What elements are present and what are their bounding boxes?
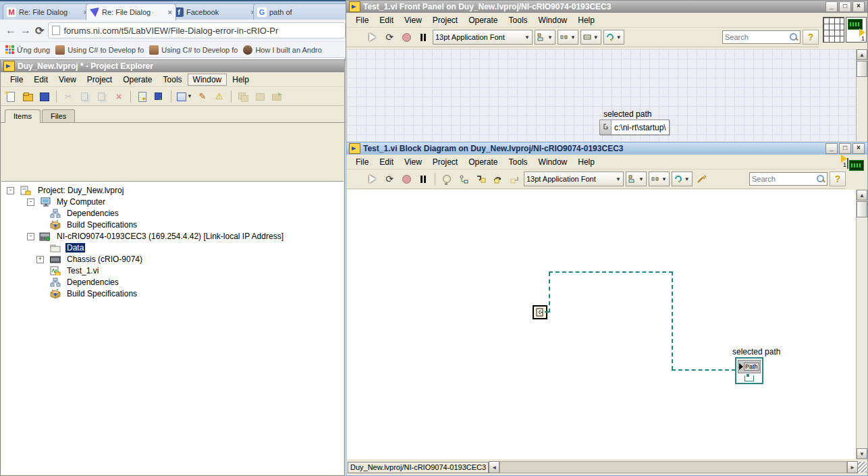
scroll-thumb[interactable] bbox=[857, 61, 867, 77]
tree-item-build-specs[interactable]: Build Specifications bbox=[1, 219, 344, 230]
maximize-button[interactable]: □ bbox=[839, 143, 851, 154]
menu-help[interactable]: Help bbox=[572, 156, 600, 168]
deploy-button[interactable] bbox=[252, 89, 267, 104]
view-columns-button[interactable]: ▼ bbox=[175, 89, 193, 104]
align-objects-dropdown[interactable]: ▼ bbox=[535, 30, 555, 45]
menu-view[interactable]: View bbox=[399, 14, 427, 26]
delete-button[interactable]: × bbox=[111, 89, 126, 104]
edit-icon-button[interactable]: ✎ bbox=[195, 89, 210, 104]
tab-items[interactable]: Items bbox=[5, 109, 40, 123]
menu-project[interactable]: Project bbox=[82, 74, 117, 86]
run-button[interactable] bbox=[365, 171, 380, 186]
path-wire-segment[interactable] bbox=[549, 271, 673, 273]
expander-icon[interactable]: - bbox=[27, 233, 34, 240]
new-item-button[interactable]: ✶ bbox=[3, 89, 18, 104]
execution-target-context[interactable]: Duy_New.lvproj/NI-cRIO9074-0193CEC3 bbox=[348, 462, 489, 473]
menu-window[interactable]: Window bbox=[533, 156, 573, 168]
search-box[interactable] bbox=[749, 172, 828, 186]
retain-wire-values-icon[interactable] bbox=[456, 171, 471, 186]
clean-up-diagram-icon[interactable] bbox=[695, 171, 709, 186]
step-into-icon[interactable] bbox=[473, 171, 488, 186]
scroll-thumb[interactable] bbox=[857, 201, 867, 217]
menu-edit[interactable]: Edit bbox=[28, 74, 53, 86]
front-panel-titlebar[interactable]: Test_1.vi Front Panel on Duy_New.lvproj/… bbox=[346, 1, 867, 13]
connector-pane-icon[interactable] bbox=[823, 17, 844, 43]
block-diagram-titlebar[interactable]: Test_1.vi Block Diagram on Duy_New.lvpro… bbox=[346, 142, 867, 155]
bookmark-apps[interactable]: Ứng dụng bbox=[5, 45, 50, 54]
tree-item-data[interactable]: Data bbox=[1, 242, 344, 253]
open-project-button[interactable] bbox=[20, 89, 35, 104]
build-button[interactable] bbox=[236, 89, 250, 104]
tree-item-crio-target[interactable]: - NI-cRIO9074-0193CEC3 (169.254.4.42) [L… bbox=[1, 231, 344, 242]
tree-item-project[interactable]: - Project: Duy_New.lvproj bbox=[1, 185, 344, 196]
menu-edit[interactable]: Edit bbox=[374, 14, 399, 26]
resize-grip[interactable] bbox=[858, 462, 867, 473]
font-selector[interactable]: 13pt Application Font▼ bbox=[433, 30, 533, 45]
tab-close-icon[interactable]: × bbox=[168, 8, 172, 16]
step-out-icon[interactable] bbox=[507, 171, 522, 186]
abort-button[interactable] bbox=[399, 30, 414, 45]
tree-item-my-computer[interactable]: - My Computer bbox=[1, 196, 344, 207]
help-button[interactable]: ? bbox=[803, 30, 819, 45]
copy-button[interactable] bbox=[78, 89, 92, 104]
menu-file[interactable]: File bbox=[5, 74, 28, 86]
menu-file[interactable]: File bbox=[350, 156, 374, 168]
minimize-button[interactable]: _ bbox=[825, 1, 838, 12]
menu-tools[interactable]: Tools bbox=[504, 156, 533, 168]
menu-operate[interactable]: Operate bbox=[463, 14, 503, 26]
refresh-project-button[interactable]: ✦ bbox=[135, 89, 150, 104]
path-wire-segment[interactable] bbox=[672, 369, 736, 371]
step-over-icon[interactable] bbox=[490, 171, 505, 186]
run-continuously-button[interactable]: ⟳ bbox=[382, 30, 397, 45]
tree-item-build-specs-2[interactable]: Build Specifications bbox=[1, 288, 344, 299]
save-all-button[interactable] bbox=[37, 89, 52, 104]
tree-item-dependencies[interactable]: Dependencies bbox=[1, 208, 344, 219]
browser-tab-3[interactable]: f Facebook × bbox=[170, 3, 259, 20]
bd-vertical-scrollbar[interactable]: ▲ ▼ bbox=[856, 190, 867, 459]
horizontal-scrollbar[interactable] bbox=[499, 461, 847, 473]
menu-operate[interactable]: Operate bbox=[463, 156, 503, 168]
menu-help[interactable]: Help bbox=[227, 74, 254, 86]
browser-tab-4[interactable]: G path of bbox=[253, 3, 356, 20]
warning-button[interactable]: ⚠ bbox=[212, 89, 227, 104]
front-panel-canvas[interactable]: selected path c:\ni-rt\startup\ bbox=[347, 49, 857, 141]
tab-files[interactable]: Files bbox=[42, 109, 75, 122]
reorder-dropdown[interactable]: ▼ bbox=[603, 30, 624, 45]
browser-tab-1[interactable]: M Re: File Dialog erro × bbox=[3, 3, 92, 20]
run-button[interactable] bbox=[365, 30, 380, 45]
scroll-left-icon[interactable]: ◄ bbox=[489, 461, 499, 473]
help-button[interactable]: ? bbox=[830, 171, 846, 186]
menu-tools[interactable]: Tools bbox=[504, 14, 533, 26]
reload-button[interactable]: ⟳ bbox=[35, 24, 44, 37]
font-selector[interactable]: 13pt Application Font▼ bbox=[524, 171, 624, 186]
menu-edit[interactable]: Edit bbox=[374, 156, 399, 168]
path-control-value[interactable]: c:\ni-rt\startup\ bbox=[612, 120, 669, 134]
pause-button[interactable] bbox=[416, 171, 431, 186]
menu-tools[interactable]: Tools bbox=[158, 74, 188, 86]
path-indicator-terminal[interactable]: Path bbox=[735, 357, 763, 384]
path-control[interactable]: c:\ni-rt\startup\ bbox=[599, 120, 670, 135]
menu-project[interactable]: Project bbox=[427, 156, 463, 168]
back-button[interactable]: ← bbox=[5, 24, 16, 36]
scroll-up-icon[interactable]: ▲ bbox=[857, 49, 867, 60]
url-bar[interactable]: forums.ni.com/t5/LabVIEW/File-Dialog-err… bbox=[48, 22, 346, 38]
scroll-right-icon[interactable]: ► bbox=[847, 461, 858, 473]
scroll-down-icon[interactable]: ▼ bbox=[857, 448, 867, 459]
expander-icon[interactable]: - bbox=[7, 187, 14, 194]
abort-button[interactable] bbox=[399, 171, 414, 186]
reorder-dropdown[interactable]: ▼ bbox=[672, 171, 693, 186]
menu-window[interactable]: Window bbox=[533, 14, 573, 26]
menu-view[interactable]: View bbox=[399, 156, 427, 168]
scroll-up-icon[interactable]: ▲ bbox=[857, 190, 867, 201]
menu-operate[interactable]: Operate bbox=[117, 74, 157, 86]
path-wire-segment[interactable] bbox=[549, 272, 550, 313]
tree-item-chassis[interactable]: + Chassis (cRIO-9074) bbox=[1, 254, 344, 265]
block-diagram-canvas[interactable]: selected path Path bbox=[347, 190, 857, 459]
distribute-objects-dropdown[interactable]: ▼ bbox=[649, 171, 670, 186]
minimize-button[interactable]: _ bbox=[825, 143, 838, 154]
resize-objects-dropdown[interactable]: ▼ bbox=[580, 30, 601, 45]
menu-window[interactable]: Window bbox=[188, 74, 227, 86]
fp-vertical-scrollbar[interactable]: ▲ bbox=[856, 49, 867, 141]
expander-icon[interactable]: + bbox=[36, 256, 44, 263]
browser-tab-2-active[interactable]: Re: File Dialog erro × bbox=[86, 3, 176, 20]
